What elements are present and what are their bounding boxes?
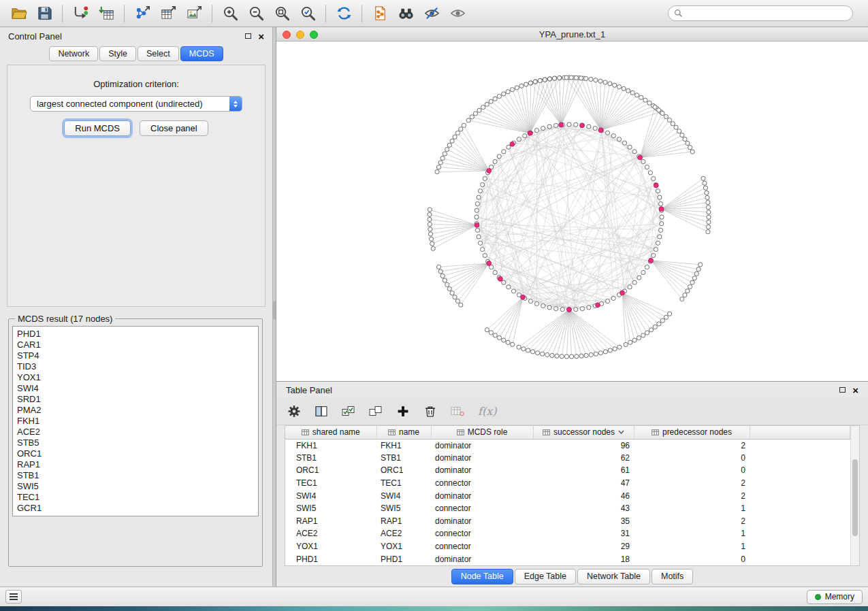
network-node[interactable] bbox=[680, 133, 684, 137]
maximize-window-icon[interactable] bbox=[310, 31, 318, 39]
network-node[interactable] bbox=[554, 123, 558, 127]
network-node[interactable] bbox=[608, 348, 612, 352]
save-icon[interactable] bbox=[31, 2, 57, 25]
network-node[interactable] bbox=[584, 76, 588, 80]
mcds-result-list[interactable]: PHD1CAR1STP4TID3YOX1SWI4SRD1PMA2FKH1ACE2… bbox=[12, 326, 259, 516]
network-node[interactable] bbox=[523, 134, 527, 138]
dominator-node[interactable] bbox=[596, 303, 600, 308]
network-node[interactable] bbox=[497, 154, 501, 159]
network-node[interactable] bbox=[579, 76, 583, 80]
network-node[interactable] bbox=[511, 342, 515, 346]
network-node[interactable] bbox=[481, 247, 485, 251]
tab-network[interactable]: Network bbox=[49, 46, 98, 61]
table-row[interactable]: RAP1RAP1dominator352 bbox=[285, 515, 850, 528]
show-all-icon[interactable] bbox=[445, 2, 470, 25]
network-node[interactable] bbox=[541, 126, 545, 130]
network-node[interactable] bbox=[453, 135, 457, 139]
network-node[interactable] bbox=[696, 267, 701, 271]
network-node[interactable] bbox=[622, 141, 626, 145]
network-node[interactable] bbox=[593, 126, 597, 130]
network-node[interactable] bbox=[558, 76, 562, 80]
network-node[interactable] bbox=[450, 291, 454, 295]
network-node[interactable] bbox=[547, 306, 551, 310]
network-node[interactable] bbox=[574, 122, 578, 127]
network-node[interactable] bbox=[667, 118, 671, 122]
network-node[interactable] bbox=[660, 222, 664, 226]
network-node[interactable] bbox=[497, 335, 501, 340]
network-node[interactable] bbox=[428, 227, 432, 231]
network-node[interactable] bbox=[660, 318, 664, 323]
network-node[interactable] bbox=[643, 98, 647, 102]
network-node[interactable] bbox=[531, 350, 535, 354]
import-table-icon[interactable] bbox=[93, 2, 119, 25]
dominator-node[interactable] bbox=[559, 122, 564, 127]
network-node[interactable] bbox=[658, 235, 662, 239]
minimize-window-icon[interactable] bbox=[296, 31, 304, 39]
zoom-in-icon[interactable] bbox=[217, 2, 243, 25]
network-node[interactable] bbox=[428, 208, 432, 212]
network-node[interactable] bbox=[547, 125, 551, 129]
network-node[interactable] bbox=[493, 97, 497, 101]
network-node[interactable] bbox=[703, 181, 707, 185]
dominator-node[interactable] bbox=[598, 128, 603, 133]
network-node[interactable] bbox=[628, 145, 632, 149]
network-node[interactable] bbox=[635, 93, 639, 97]
network-node[interactable] bbox=[706, 205, 710, 210]
table-row[interactable]: STB1STB1dominator620 bbox=[285, 452, 850, 465]
network-node[interactable] bbox=[587, 306, 591, 310]
network-node[interactable] bbox=[477, 235, 481, 239]
network-node[interactable] bbox=[560, 308, 564, 312]
network-node[interactable] bbox=[511, 88, 515, 92]
table-row[interactable]: ACE2ACE2connector311 bbox=[285, 527, 850, 540]
table-row[interactable]: TEC1TEC1connector472 bbox=[285, 477, 850, 490]
export-table-icon[interactable] bbox=[155, 2, 181, 25]
network-node[interactable] bbox=[624, 342, 628, 346]
network-node[interactable] bbox=[683, 137, 687, 141]
network-window-titlebar[interactable]: YPA_prune.txt_1 bbox=[276, 27, 868, 42]
network-node[interactable] bbox=[475, 215, 479, 219]
network-node[interactable] bbox=[515, 86, 519, 90]
network-node[interactable] bbox=[617, 345, 622, 349]
column-header-mcds-role[interactable]: MCDS role bbox=[431, 426, 533, 439]
network-node[interactable] bbox=[637, 276, 641, 280]
network-node[interactable] bbox=[659, 228, 663, 232]
network-node[interactable] bbox=[703, 186, 707, 190]
tab-select[interactable]: Select bbox=[138, 46, 179, 61]
network-node[interactable] bbox=[701, 176, 705, 180]
network-node[interactable] bbox=[594, 352, 598, 356]
network-node[interactable] bbox=[605, 131, 609, 135]
network-node[interactable] bbox=[481, 105, 485, 110]
network-node[interactable] bbox=[511, 289, 515, 293]
mcds-node-item[interactable]: FKH1 bbox=[17, 416, 254, 427]
network-node[interactable] bbox=[453, 295, 457, 299]
network-node[interactable] bbox=[652, 176, 656, 180]
network-node[interactable] bbox=[440, 156, 445, 160]
network-node[interactable] bbox=[443, 152, 447, 156]
mcds-node-item[interactable]: CAR1 bbox=[17, 340, 254, 350]
network-node[interactable] bbox=[594, 78, 598, 82]
dominator-node[interactable] bbox=[487, 261, 492, 266]
network-node[interactable] bbox=[657, 108, 661, 112]
network-node[interactable] bbox=[617, 137, 621, 142]
network-node[interactable] bbox=[639, 95, 643, 99]
network-node[interactable] bbox=[598, 79, 602, 83]
network-node[interactable] bbox=[671, 122, 675, 126]
network-node[interactable] bbox=[686, 141, 690, 145]
network-node[interactable] bbox=[475, 202, 479, 206]
network-node[interactable] bbox=[478, 189, 482, 193]
network-node[interactable] bbox=[611, 134, 615, 138]
network-node[interactable] bbox=[605, 299, 609, 303]
network-node[interactable] bbox=[534, 301, 539, 306]
network-node[interactable] bbox=[473, 112, 477, 116]
hide-selected-icon[interactable] bbox=[419, 2, 445, 25]
network-node[interactable] bbox=[440, 274, 445, 278]
mcds-node-item[interactable]: TID3 bbox=[17, 361, 254, 372]
network-node[interactable] bbox=[554, 307, 558, 311]
network-node[interactable] bbox=[688, 284, 692, 288]
network-node[interactable] bbox=[617, 85, 621, 89]
network-node[interactable] bbox=[436, 165, 440, 169]
network-node[interactable] bbox=[543, 78, 547, 82]
network-node[interactable] bbox=[455, 299, 460, 303]
network-node[interactable] bbox=[637, 336, 641, 340]
network-node[interactable] bbox=[475, 208, 479, 212]
